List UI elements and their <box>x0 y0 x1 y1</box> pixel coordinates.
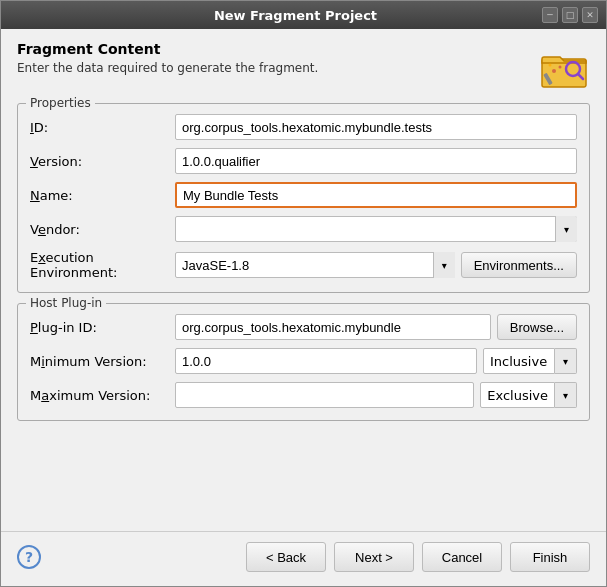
version-input[interactable] <box>175 148 577 174</box>
environments-button[interactable]: Environments... <box>461 252 577 278</box>
dialog-footer: ? < Back Next > Cancel Finish <box>1 531 606 586</box>
min-version-combo-value: Inclusive <box>483 348 555 374</box>
execution-env-select[interactable]: JavaSE-1.8 <box>175 252 455 278</box>
maximize-button[interactable]: □ <box>562 7 578 23</box>
min-version-combo: Inclusive ▾ <box>483 348 577 374</box>
host-plugin-group-label: Host Plug-in <box>26 296 106 310</box>
properties-group-label: Properties <box>26 96 95 110</box>
browse-button[interactable]: Browse... <box>497 314 577 340</box>
min-version-input[interactable] <box>175 348 477 374</box>
version-label: Version: <box>30 154 175 169</box>
min-version-row: Minimum Version: Inclusive ▾ <box>30 348 577 374</box>
version-row: Version: <box>30 148 577 174</box>
svg-point-3 <box>552 69 556 73</box>
id-label: ID: <box>30 120 175 135</box>
dialog-window: New Fragment Project ─ □ ✕ Fragment Cont… <box>0 0 607 587</box>
folder-icon <box>538 41 590 93</box>
minimize-button[interactable]: ─ <box>542 7 558 23</box>
properties-group: Properties ID: Version: Name: <box>17 103 590 293</box>
dialog-content: Fragment Content Enter the data required… <box>1 29 606 531</box>
plugin-id-label: Plug-in ID: <box>30 320 175 335</box>
execution-env-controls: JavaSE-1.8 ▾ Environments... <box>175 252 577 278</box>
max-version-controls: Exclusive ▾ <box>175 382 577 408</box>
svg-point-4 <box>559 66 562 69</box>
plugin-id-input[interactable] <box>175 314 491 340</box>
min-version-combo-arrow[interactable]: ▾ <box>555 348 577 374</box>
finish-button[interactable]: Finish <box>510 542 590 572</box>
max-version-input[interactable] <box>175 382 474 408</box>
id-row: ID: <box>30 114 577 140</box>
min-version-label: Minimum Version: <box>30 354 175 369</box>
back-button[interactable]: < Back <box>246 542 326 572</box>
max-version-combo-arrow[interactable]: ▾ <box>555 382 577 408</box>
header-text: Fragment Content Enter the data required… <box>17 41 538 75</box>
vendor-input[interactable] <box>175 216 577 242</box>
next-button[interactable]: Next > <box>334 542 414 572</box>
header-title: Fragment Content <box>17 41 538 57</box>
max-version-combo: Exclusive ▾ <box>480 382 577 408</box>
vendor-label: Vendor: <box>30 222 175 237</box>
name-row: Name: <box>30 182 577 208</box>
max-version-label: Maximum Version: <box>30 388 175 403</box>
footer-right: < Back Next > Cancel Finish <box>246 542 590 572</box>
window-title: New Fragment Project <box>49 8 542 23</box>
id-input[interactable] <box>175 114 577 140</box>
titlebar: New Fragment Project ─ □ ✕ <box>1 1 606 29</box>
execution-env-label: Execution Environment: <box>30 250 175 280</box>
help-button[interactable]: ? <box>17 545 41 569</box>
host-plugin-group: Host Plug-in Plug-in ID: Browse... Minim… <box>17 303 590 421</box>
max-version-combo-value: Exclusive <box>480 382 555 408</box>
execution-env-row: Execution Environment: JavaSE-1.8 ▾ Envi… <box>30 250 577 280</box>
vendor-row: Vendor: ▾ <box>30 216 577 242</box>
close-button[interactable]: ✕ <box>582 7 598 23</box>
plugin-id-row: Plug-in ID: Browse... <box>30 314 577 340</box>
plugin-id-controls: Browse... <box>175 314 577 340</box>
cancel-button[interactable]: Cancel <box>422 542 502 572</box>
max-version-row: Maximum Version: Exclusive ▾ <box>30 382 577 408</box>
footer-left: ? <box>17 545 41 569</box>
execution-env-select-wrapper: JavaSE-1.8 ▾ <box>175 252 455 278</box>
header-description: Enter the data required to generate the … <box>17 61 538 75</box>
window-controls: ─ □ ✕ <box>542 7 598 23</box>
header-section: Fragment Content Enter the data required… <box>17 41 590 93</box>
vendor-dropdown-arrow[interactable]: ▾ <box>555 216 577 242</box>
svg-point-5 <box>549 64 552 67</box>
vendor-combo-wrapper: ▾ <box>175 216 577 242</box>
name-label: Name: <box>30 188 175 203</box>
name-input[interactable] <box>175 182 577 208</box>
min-version-controls: Inclusive ▾ <box>175 348 577 374</box>
